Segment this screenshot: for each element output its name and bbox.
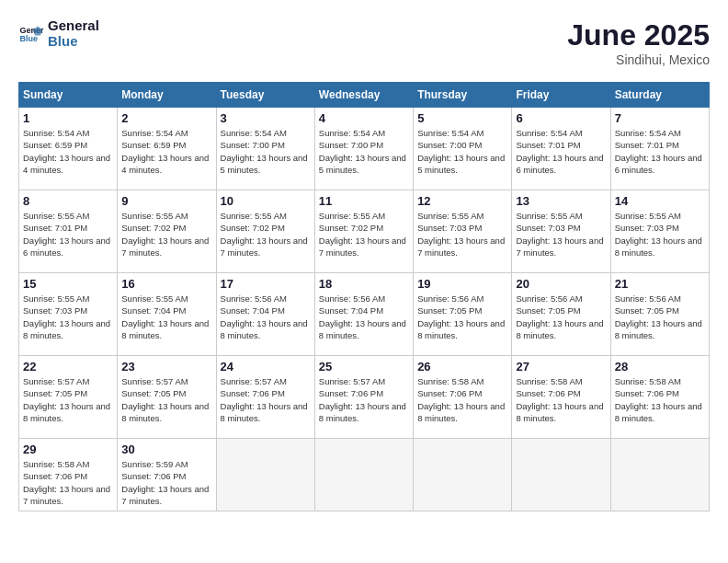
calendar-cell: 23Sunrise: 5:57 AMSunset: 7:05 PMDayligh… [118,356,216,439]
day-number: 13 [516,194,606,208]
svg-text:Blue: Blue [19,34,38,43]
day-number: 20 [516,277,606,291]
day-number: 19 [417,277,507,291]
calendar-week-row: 15Sunrise: 5:55 AMSunset: 7:03 PMDayligh… [19,273,710,356]
page-header: General Blue General Blue June 2025 Sind… [18,18,710,67]
calendar-cell [414,439,512,511]
weekday-header-wednesday: Wednesday [314,83,413,108]
calendar-cell: 6Sunrise: 5:54 AMSunset: 7:01 PMDaylight… [512,108,610,190]
day-number: 11 [319,194,409,208]
day-number: 2 [121,111,211,125]
calendar-cell: 3Sunrise: 5:54 AMSunset: 7:00 PMDaylight… [216,108,314,190]
day-number: 29 [23,442,113,456]
calendar-cell: 29Sunrise: 5:58 AMSunset: 7:06 PMDayligh… [19,439,118,511]
calendar-table: SundayMondayTuesdayWednesdayThursdayFrid… [18,82,710,511]
calendar-cell: 26Sunrise: 5:58 AMSunset: 7:06 PMDayligh… [414,356,512,439]
day-number: 25 [319,360,409,373]
day-number: 17 [221,277,311,291]
day-number: 22 [23,360,113,373]
weekday-header-tuesday: Tuesday [216,83,314,108]
calendar-cell [610,439,709,511]
day-info: Sunrise: 5:57 AMSunset: 7:05 PMDaylight:… [23,375,113,424]
day-info: Sunrise: 5:58 AMSunset: 7:06 PMDaylight:… [516,375,606,424]
day-info: Sunrise: 5:57 AMSunset: 7:06 PMDaylight:… [319,375,409,424]
calendar-cell: 2Sunrise: 5:54 AMSunset: 6:59 PMDaylight… [118,108,216,190]
weekday-header-saturday: Saturday [610,83,709,108]
calendar-cell: 16Sunrise: 5:55 AMSunset: 7:04 PMDayligh… [118,273,216,356]
day-number: 14 [615,194,705,208]
month-year-title: June 2025 [567,18,710,52]
calendar-cell: 27Sunrise: 5:58 AMSunset: 7:06 PMDayligh… [512,356,610,439]
day-info: Sunrise: 5:58 AMSunset: 7:06 PMDaylight:… [23,458,113,507]
day-number: 10 [221,194,311,208]
calendar-week-row: 22Sunrise: 5:57 AMSunset: 7:05 PMDayligh… [19,356,710,439]
calendar-cell: 9Sunrise: 5:55 AMSunset: 7:02 PMDaylight… [118,190,216,273]
calendar-cell: 18Sunrise: 5:56 AMSunset: 7:04 PMDayligh… [314,273,413,356]
logo: General Blue General Blue [18,18,99,49]
day-info: Sunrise: 5:55 AMSunset: 7:01 PMDaylight:… [23,210,113,259]
day-info: Sunrise: 5:54 AMSunset: 6:59 PMDaylight:… [23,127,113,176]
calendar-cell: 7Sunrise: 5:54 AMSunset: 7:01 PMDaylight… [610,108,709,190]
location-subtitle: Sindihui, Mexico [567,52,710,67]
day-info: Sunrise: 5:58 AMSunset: 7:06 PMDaylight:… [417,375,507,424]
day-number: 18 [319,277,409,291]
day-number: 30 [121,442,211,456]
calendar-cell: 1Sunrise: 5:54 AMSunset: 6:59 PMDaylight… [19,108,118,190]
day-info: Sunrise: 5:54 AMSunset: 7:01 PMDaylight:… [516,127,606,176]
day-info: Sunrise: 5:55 AMSunset: 7:02 PMDaylight:… [221,210,311,259]
day-number: 21 [615,277,705,291]
day-number: 8 [23,194,113,208]
day-info: Sunrise: 5:56 AMSunset: 7:05 PMDaylight:… [417,293,507,341]
calendar-cell: 20Sunrise: 5:56 AMSunset: 7:05 PMDayligh… [512,273,610,356]
day-number: 1 [23,111,113,125]
weekday-header-thursday: Thursday [414,83,512,108]
day-info: Sunrise: 5:59 AMSunset: 7:06 PMDaylight:… [121,458,211,507]
calendar-cell: 8Sunrise: 5:55 AMSunset: 7:01 PMDaylight… [19,190,118,273]
day-number: 28 [615,360,705,373]
calendar-cell: 17Sunrise: 5:56 AMSunset: 7:04 PMDayligh… [216,273,314,356]
title-block: June 2025 Sindihui, Mexico [567,18,710,67]
logo-icon: General Blue [18,21,44,47]
day-info: Sunrise: 5:55 AMSunset: 7:04 PMDaylight:… [121,293,211,341]
calendar-week-row: 1Sunrise: 5:54 AMSunset: 6:59 PMDaylight… [19,108,710,190]
calendar-cell [314,439,413,511]
day-number: 4 [319,111,409,125]
calendar-cell: 4Sunrise: 5:54 AMSunset: 7:00 PMDaylight… [314,108,413,190]
day-info: Sunrise: 5:55 AMSunset: 7:03 PMDaylight:… [417,210,507,259]
day-number: 6 [516,111,606,125]
calendar-week-row: 8Sunrise: 5:55 AMSunset: 7:01 PMDaylight… [19,190,710,273]
day-info: Sunrise: 5:56 AMSunset: 7:04 PMDaylight:… [221,293,311,341]
calendar-cell: 15Sunrise: 5:55 AMSunset: 7:03 PMDayligh… [19,273,118,356]
day-info: Sunrise: 5:54 AMSunset: 7:00 PMDaylight:… [319,127,409,176]
day-number: 3 [221,111,311,125]
day-info: Sunrise: 5:54 AMSunset: 6:59 PMDaylight:… [121,127,211,176]
day-info: Sunrise: 5:55 AMSunset: 7:03 PMDaylight:… [615,210,705,259]
day-info: Sunrise: 5:55 AMSunset: 7:03 PMDaylight:… [516,210,606,259]
day-number: 9 [121,194,211,208]
calendar-cell: 24Sunrise: 5:57 AMSunset: 7:06 PMDayligh… [216,356,314,439]
weekday-header-sunday: Sunday [19,83,118,108]
day-number: 12 [417,194,507,208]
day-number: 15 [23,277,113,291]
day-number: 5 [417,111,507,125]
day-info: Sunrise: 5:55 AMSunset: 7:02 PMDaylight:… [121,210,211,259]
day-info: Sunrise: 5:57 AMSunset: 7:06 PMDaylight:… [221,375,311,424]
day-info: Sunrise: 5:57 AMSunset: 7:05 PMDaylight:… [121,375,211,424]
calendar-cell: 5Sunrise: 5:54 AMSunset: 7:00 PMDaylight… [414,108,512,190]
calendar-cell: 21Sunrise: 5:56 AMSunset: 7:05 PMDayligh… [610,273,709,356]
day-info: Sunrise: 5:58 AMSunset: 7:06 PMDaylight:… [615,375,705,424]
day-number: 7 [615,111,705,125]
calendar-cell [512,439,610,511]
calendar-cell: 19Sunrise: 5:56 AMSunset: 7:05 PMDayligh… [414,273,512,356]
calendar-cell [216,439,314,511]
calendar-cell: 13Sunrise: 5:55 AMSunset: 7:03 PMDayligh… [512,190,610,273]
calendar-cell: 14Sunrise: 5:55 AMSunset: 7:03 PMDayligh… [610,190,709,273]
day-info: Sunrise: 5:54 AMSunset: 7:01 PMDaylight:… [615,127,705,176]
calendar-cell: 12Sunrise: 5:55 AMSunset: 7:03 PMDayligh… [414,190,512,273]
calendar-cell: 22Sunrise: 5:57 AMSunset: 7:05 PMDayligh… [19,356,118,439]
day-info: Sunrise: 5:56 AMSunset: 7:05 PMDaylight:… [615,293,705,341]
day-info: Sunrise: 5:54 AMSunset: 7:00 PMDaylight:… [417,127,507,176]
calendar-cell: 10Sunrise: 5:55 AMSunset: 7:02 PMDayligh… [216,190,314,273]
calendar-cell: 28Sunrise: 5:58 AMSunset: 7:06 PMDayligh… [610,356,709,439]
day-info: Sunrise: 5:56 AMSunset: 7:04 PMDaylight:… [319,293,409,341]
